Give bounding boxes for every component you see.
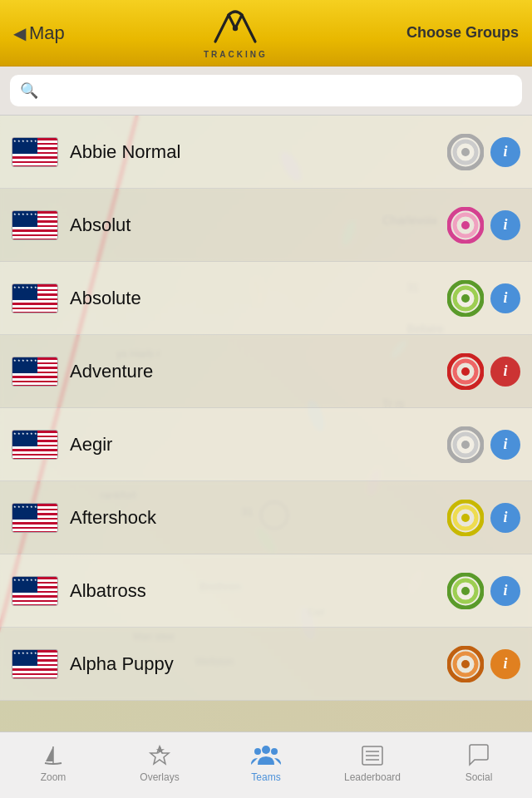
tab-zoom[interactable]: Zoom [0, 743, 106, 788]
back-label: Map [29, 22, 65, 44]
target-icon [447, 573, 484, 609]
item-icons: i [447, 573, 520, 609]
svg-point-29 [461, 221, 470, 229]
svg-point-53 [461, 660, 470, 668]
item-icons: i [447, 426, 520, 463]
list-item[interactable]: Absoluti [0, 189, 532, 262]
item-icons: i [447, 500, 520, 536]
svg-point-49 [461, 587, 470, 595]
target-icon [447, 207, 484, 244]
svg-point-37 [461, 367, 470, 376]
search-input[interactable] [45, 83, 512, 98]
info-button[interactable]: i [490, 649, 520, 679]
search-icon: 🔍 [20, 81, 38, 100]
target-icon [447, 500, 484, 536]
flag-icon [12, 430, 58, 460]
back-arrow-icon: ◀ [13, 23, 26, 43]
item-icons: i [447, 280, 520, 317]
item-icons: i [447, 134, 520, 170]
tab-leaderboard[interactable]: Leaderboard [319, 743, 426, 788]
tab-overlays[interactable]: Overlays [106, 743, 213, 788]
header: ◀ Map TRACKING Choose Groups [0, 0, 532, 66]
item-icons: i [447, 207, 520, 244]
target-icon [447, 353, 484, 390]
list-item[interactable]: Aftershocki [0, 481, 532, 554]
info-button[interactable]: i [490, 503, 520, 533]
flag-icon [12, 283, 58, 313]
tab-zoom-label: Zoom [41, 771, 66, 783]
team-name: Aegir [70, 434, 436, 456]
svg-point-33 [461, 294, 470, 303]
flag-icon [12, 503, 58, 533]
list-item[interactable]: Alpha Puppyi [0, 628, 532, 701]
choose-groups-button[interactable]: Choose Groups [406, 24, 519, 42]
target-icon [447, 426, 484, 463]
list-item[interactable]: Adventurei [0, 335, 532, 408]
tab-social-label: Social [466, 771, 493, 783]
target-icon [447, 646, 484, 682]
list-item[interactable]: Absolutei [0, 262, 532, 335]
info-button[interactable]: i [490, 137, 520, 167]
teams-icon [251, 743, 281, 768]
team-list: Abbie NormaliAbsolutiAbsoluteiAdventurei… [0, 116, 532, 751]
team-name: Absolut [70, 214, 436, 236]
logo-icon [209, 7, 262, 50]
team-name: Alpha Puppy [70, 653, 436, 675]
flag-icon [12, 137, 58, 167]
svg-point-41 [461, 441, 470, 449]
overlays-icon [147, 743, 172, 768]
svg-point-25 [461, 148, 470, 156]
tab-overlays-label: Overlays [140, 771, 179, 783]
info-button[interactable]: i [490, 283, 520, 313]
flag-icon [12, 649, 58, 679]
item-icons: i [447, 646, 520, 682]
flag-icon [12, 210, 58, 240]
info-button[interactable]: i [490, 430, 520, 460]
list-item[interactable]: Abbie Normali [0, 116, 532, 189]
back-button[interactable]: ◀ Map [13, 22, 65, 44]
team-name: Aftershock [70, 507, 436, 529]
info-button[interactable]: i [490, 357, 520, 387]
info-button[interactable]: i [490, 210, 520, 240]
search-input-wrap[interactable]: 🔍 [10, 75, 522, 106]
social-icon [466, 743, 491, 768]
list-item[interactable]: Albatrossi [0, 554, 532, 628]
svg-point-58 [262, 746, 270, 754]
zoom-icon [41, 743, 66, 768]
tab-social[interactable]: Social [426, 743, 532, 788]
team-name: Adventure [70, 361, 436, 382]
list-item[interactable]: Aegiri [0, 408, 532, 481]
tab-leaderboard-label: Leaderboard [344, 771, 401, 783]
leaderboard-icon [360, 743, 385, 768]
team-name: Abbie Normal [70, 141, 436, 163]
flag-icon [12, 357, 58, 387]
svg-marker-54 [46, 746, 53, 761]
tab-bar: Zoom Overlays Teams Leaderboard [0, 732, 532, 798]
svg-point-59 [254, 748, 261, 755]
svg-point-45 [461, 514, 470, 522]
team-name: Albatross [70, 580, 436, 602]
svg-point-21 [233, 26, 238, 31]
tab-teams-label: Teams [251, 771, 280, 783]
svg-point-60 [271, 748, 278, 755]
logo-text: TRACKING [204, 50, 268, 59]
item-icons: i [447, 353, 520, 390]
flag-icon [12, 576, 58, 606]
target-icon [447, 134, 484, 170]
target-icon [447, 280, 484, 317]
app-logo: TRACKING [204, 7, 268, 59]
tab-teams[interactable]: Teams [213, 743, 319, 788]
team-name: Absolute [70, 288, 436, 309]
info-button[interactable]: i [490, 576, 520, 606]
search-bar: 🔍 [0, 66, 532, 116]
